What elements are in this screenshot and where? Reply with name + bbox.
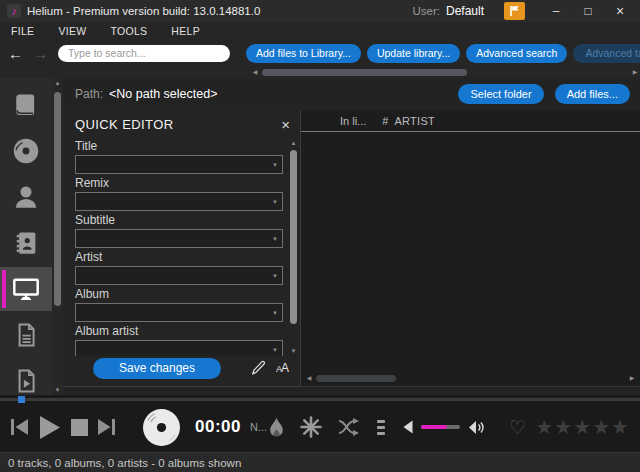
menu-tools[interactable]: TOOLS <box>110 25 147 37</box>
sidebar-item-devices[interactable] <box>0 267 52 311</box>
star-icon[interactable]: ★ <box>611 417 629 437</box>
selected-indicator <box>2 270 6 308</box>
stop-button[interactable] <box>70 418 89 437</box>
star-icon[interactable]: ★ <box>535 417 553 437</box>
scroll-left-icon[interactable]: ◀ <box>304 375 314 381</box>
menu-file[interactable]: FILE <box>11 25 34 37</box>
rating-stars: ★ ★ ★ ★ ★ <box>535 417 630 437</box>
minimize-button[interactable]: – <box>543 2 569 20</box>
pathbar: Path: <No path selected> Select folder A… <box>63 78 640 110</box>
next-track-button[interactable] <box>96 417 116 437</box>
scrollbar-thumb[interactable] <box>290 150 297 324</box>
sidebar <box>0 78 52 395</box>
save-changes-button[interactable]: Save changes <box>93 358 221 379</box>
scrollbar-thumb[interactable] <box>262 69 467 76</box>
star-icon[interactable]: ★ <box>573 417 591 437</box>
title-combobox[interactable]: ▼ <box>75 155 283 174</box>
column-header-artist[interactable]: ARTIST <box>394 115 435 127</box>
field-album-artist: Album artist ▼ <box>75 325 283 356</box>
scroll-right-icon[interactable]: ▶ <box>627 375 637 381</box>
field-album: Album ▼ <box>75 288 283 322</box>
sidebar-item-music-library[interactable] <box>0 83 52 127</box>
scrollbar-thumb[interactable] <box>54 92 61 306</box>
scrollbar-track[interactable] <box>260 69 630 76</box>
close-button[interactable]: × <box>607 2 633 20</box>
scrollbar-track[interactable] <box>54 88 61 385</box>
album-artist-combobox[interactable]: ▼ <box>75 340 283 356</box>
shuffle-icon <box>337 418 361 436</box>
previous-icon <box>10 417 30 437</box>
user-name[interactable]: Default <box>446 4 484 18</box>
play-icon <box>36 414 63 441</box>
freeze-button[interactable] <box>300 416 322 438</box>
sidebar-item-contacts[interactable] <box>0 221 52 265</box>
field-artist: Artist ▼ <box>75 251 283 285</box>
scrollbar-track[interactable] <box>314 375 627 382</box>
volume-up-button[interactable] <box>468 420 485 435</box>
sidebar-item-documents[interactable] <box>0 313 52 357</box>
column-header-in-library[interactable]: In li... <box>340 115 366 127</box>
seek-knob[interactable] <box>18 396 25 403</box>
add-files-button[interactable]: Add files... <box>555 84 630 104</box>
sidebar-item-artists[interactable] <box>0 175 52 219</box>
update-library-button[interactable]: Update library... <box>367 44 460 63</box>
star-icon[interactable]: ★ <box>592 417 610 437</box>
scrollbar-track[interactable] <box>290 148 297 346</box>
volume-slider[interactable] <box>421 425 460 429</box>
volume-fill <box>421 425 446 429</box>
advanced-search-button[interactable]: Advanced search <box>466 44 567 63</box>
user-label: User: <box>412 5 439 17</box>
scrollbar-thumb[interactable] <box>316 375 396 382</box>
quick-editor-scrollbar: ▲ ▼ <box>287 136 300 356</box>
forward-arrow-icon[interactable]: → <box>33 46 48 61</box>
field-label: Album artist <box>75 325 283 338</box>
remix-combobox[interactable]: ▼ <box>75 192 283 211</box>
subtitle-combobox[interactable]: ▼ <box>75 229 283 248</box>
artist-combobox[interactable]: ▼ <box>75 266 283 285</box>
hot-tracks-button[interactable] <box>268 417 285 438</box>
menu-view[interactable]: VIEW <box>58 25 86 37</box>
player-controls: 00:00 N... <box>0 406 640 448</box>
menubar: FILE VIEW TOOLS HELP <box>0 22 640 40</box>
flag-icon <box>509 5 520 17</box>
search-input[interactable] <box>58 45 230 62</box>
scroll-up-icon[interactable]: ▲ <box>289 140 299 146</box>
next-icon <box>96 417 116 437</box>
queue-menu-button[interactable] <box>377 420 385 435</box>
album-art-placeholder[interactable] <box>141 407 182 448</box>
scroll-down-icon[interactable]: ▼ <box>53 387 63 393</box>
star-icon[interactable]: ★ <box>554 417 572 437</box>
scroll-down-icon[interactable]: ▼ <box>289 348 299 354</box>
flag-notification-button[interactable] <box>504 2 525 20</box>
pencil-edit-icon[interactable] <box>250 360 267 376</box>
document-icon <box>12 320 40 350</box>
maximize-button[interactable]: □ <box>575 2 601 20</box>
app-logo-music-note-icon: ♪ <box>7 4 21 18</box>
album-combobox[interactable]: ▼ <box>75 303 283 322</box>
favorite-heart-icon[interactable]: ♡ <box>509 418 526 437</box>
table-body[interactable] <box>301 132 640 372</box>
sidebar-item-discs[interactable] <box>0 129 52 173</box>
scroll-up-icon[interactable]: ▲ <box>53 80 63 86</box>
field-remix: Remix ▼ <box>75 177 283 211</box>
path-label: Path: <box>75 87 103 101</box>
column-header-track-number[interactable]: # <box>382 115 388 127</box>
back-arrow-icon[interactable]: ← <box>8 46 23 61</box>
flame-icon <box>268 417 285 438</box>
quick-editor-close-icon[interactable]: × <box>281 117 290 132</box>
previous-track-button[interactable] <box>10 417 30 437</box>
shuffle-button[interactable] <box>337 418 361 436</box>
play-button[interactable] <box>36 414 63 441</box>
scroll-left-icon[interactable]: ◀ <box>250 69 260 75</box>
select-folder-button[interactable]: Select folder <box>458 84 543 104</box>
seek-bar[interactable] <box>0 398 640 401</box>
scroll-right-icon[interactable]: ▶ <box>630 69 640 75</box>
monitor-icon <box>10 274 42 304</box>
volume-down-button[interactable] <box>403 420 413 434</box>
chevron-down-icon: ▼ <box>272 273 278 279</box>
menu-help[interactable]: HELP <box>171 25 200 37</box>
font-size-icon[interactable]: AA <box>276 361 288 375</box>
main-panel: Path: <No path selected> Select folder A… <box>63 78 640 395</box>
add-files-to-library-button[interactable]: Add files to Library... <box>246 44 361 63</box>
panels-row: QUICK EDITOR × Title ▼ Remix ▼ <box>63 110 640 395</box>
